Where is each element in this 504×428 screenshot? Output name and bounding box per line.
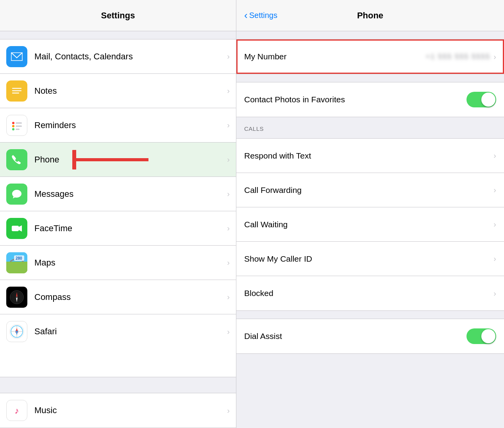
- call-waiting-arrow: ›: [493, 220, 496, 229]
- svg-point-8: [12, 128, 14, 130]
- left-header: Settings: [0, 0, 236, 31]
- settings-list: Mail, Contacts, Calendars › Notes ›: [0, 39, 236, 377]
- maps-icon: 280: [6, 252, 27, 273]
- svg-rect-9: [16, 122, 22, 123]
- dial-assist-row[interactable]: Dial Assist: [236, 319, 504, 353]
- dial-assist-toggle[interactable]: [466, 328, 496, 344]
- safari-icon: [6, 321, 27, 342]
- contact-photos-row[interactable]: Contact Photos in Favorites: [236, 82, 504, 117]
- back-button[interactable]: ‹ Settings: [244, 9, 277, 21]
- respond-text-label: Respond with Text: [244, 151, 493, 160]
- facetime-icon: [6, 218, 27, 239]
- call-waiting-label: Call Waiting: [244, 220, 493, 229]
- call-forwarding-arrow: ›: [493, 185, 496, 194]
- settings-item-maps[interactable]: 280 Maps ›: [0, 246, 236, 280]
- maps-label: Maps: [34, 258, 227, 268]
- messages-arrow: ›: [227, 189, 230, 198]
- facetime-arrow: ›: [227, 224, 230, 233]
- settings-item-reminders[interactable]: Reminders ›: [0, 108, 236, 143]
- my-number-arrow: ›: [493, 52, 496, 61]
- call-waiting-row[interactable]: Call Waiting ›: [236, 207, 504, 242]
- settings-item-notes[interactable]: Notes ›: [0, 74, 236, 108]
- compass-label: Compass: [34, 292, 227, 302]
- music-icon: ♪: [6, 400, 27, 421]
- blocked-row[interactable]: Blocked ›: [236, 276, 504, 310]
- settings-item-compass[interactable]: Compass ›: [0, 280, 236, 314]
- svg-point-6: [12, 122, 14, 124]
- toggle-knob: [481, 93, 495, 107]
- settings-item-mail[interactable]: Mail, Contacts, Calendars ›: [0, 39, 236, 74]
- notes-icon: [6, 80, 27, 102]
- svg-rect-5: [10, 118, 24, 132]
- call-forwarding-label: Call Forwarding: [244, 185, 493, 195]
- settings-item-safari[interactable]: Safari ›: [0, 314, 236, 349]
- facetime-label: FaceTime: [34, 223, 227, 234]
- notes-label: Notes: [34, 86, 227, 96]
- contact-photos-section: Contact Photos in Favorites: [236, 82, 504, 117]
- left-panel: Settings Mail, Contacts, Calendars ›: [0, 0, 236, 428]
- my-number-value: +1 555 555 5555: [426, 53, 491, 61]
- right-title: Phone: [357, 11, 383, 21]
- back-chevron-icon: ‹: [244, 9, 248, 21]
- mail-label: Mail, Contacts, Calendars: [34, 52, 227, 62]
- svg-rect-20: [6, 262, 27, 273]
- phone-arrow: ›: [227, 155, 230, 164]
- music-arrow: ›: [227, 406, 230, 415]
- compass-arrow: ›: [227, 292, 230, 301]
- safari-label: Safari: [34, 326, 227, 337]
- messages-label: Messages: [34, 189, 227, 199]
- maps-arrow: ›: [227, 258, 230, 267]
- mail-icon: [6, 46, 27, 67]
- spacer-3: [236, 311, 504, 319]
- right-content: My Number +1 555 555 5555 › Contact Phot…: [236, 31, 504, 428]
- reminders-arrow: ›: [227, 121, 230, 130]
- reminders-icon: [6, 115, 27, 136]
- top-spacer: [236, 31, 504, 39]
- dial-assist-toggle-knob: [481, 329, 495, 343]
- settings-item-messages[interactable]: Messages ›: [0, 177, 236, 211]
- dial-assist-label: Dial Assist: [244, 332, 466, 341]
- svg-rect-3: [12, 90, 21, 91]
- phone-icon: [6, 149, 27, 170]
- caller-id-arrow: ›: [493, 254, 496, 263]
- left-separator: [0, 377, 236, 385]
- svg-point-7: [12, 125, 14, 127]
- call-forwarding-row[interactable]: Call Forwarding ›: [236, 173, 504, 207]
- red-arrow-icon: [72, 150, 150, 169]
- mail-arrow: ›: [227, 52, 230, 61]
- contact-photos-label: Contact Photos in Favorites: [244, 95, 466, 104]
- calls-section-header: CALLS: [236, 119, 504, 138]
- blocked-label: Blocked: [244, 289, 493, 298]
- respond-text-arrow: ›: [493, 151, 496, 160]
- settings-item-phone[interactable]: Phone ›: [0, 143, 236, 177]
- my-number-section: My Number +1 555 555 5555 ›: [236, 39, 504, 74]
- svg-rect-10: [16, 125, 22, 127]
- dial-assist-section: Dial Assist: [236, 319, 504, 354]
- left-title: Settings: [101, 11, 135, 21]
- svg-text:♪: ♪: [15, 406, 19, 416]
- svg-rect-0: [11, 52, 23, 62]
- reminders-label: Reminders: [34, 120, 227, 130]
- spacer-1: [236, 74, 504, 82]
- respond-text-row[interactable]: Respond with Text ›: [236, 139, 504, 173]
- my-number-row[interactable]: My Number +1 555 555 5555 ›: [236, 39, 504, 74]
- svg-rect-4: [12, 93, 19, 94]
- safari-arrow: ›: [227, 327, 230, 336]
- calls-section-label: CALLS: [244, 125, 264, 132]
- svg-rect-12: [11, 153, 23, 166]
- svg-rect-11: [16, 128, 20, 130]
- svg-rect-17: [12, 226, 19, 231]
- right-header: ‹ Settings Phone: [236, 0, 504, 31]
- caller-id-row[interactable]: Show My Caller ID ›: [236, 242, 504, 276]
- settings-item-music[interactable]: ♪ Music ›: [0, 393, 236, 428]
- back-label: Settings: [249, 11, 277, 20]
- svg-rect-2: [12, 88, 21, 89]
- calls-section: Respond with Text › Call Forwarding › Ca…: [236, 138, 504, 311]
- svg-text:280: 280: [16, 256, 22, 260]
- svg-point-27: [16, 296, 18, 298]
- notes-arrow: ›: [227, 86, 230, 95]
- compass-icon: [6, 287, 27, 308]
- music-label: Music: [34, 405, 227, 416]
- contact-photos-toggle[interactable]: [466, 92, 496, 107]
- settings-item-facetime[interactable]: FaceTime ›: [0, 211, 236, 246]
